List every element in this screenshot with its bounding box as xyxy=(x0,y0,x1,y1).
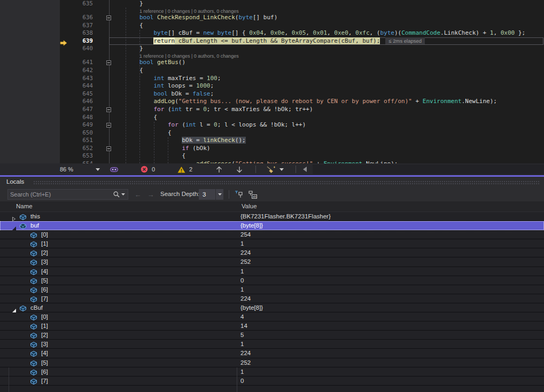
variable-value[interactable]: 14 xyxy=(240,322,247,331)
zoom-level-select[interactable]: 86 % xyxy=(60,163,100,175)
fold-collapse-icon[interactable] xyxy=(106,123,111,128)
scrollbar-left-button[interactable] xyxy=(302,163,307,175)
locals-row-buf-1[interactable]: buf{byte[8]} xyxy=(0,221,544,230)
code-text[interactable]: { xyxy=(111,129,172,137)
locals-row-0-11[interactable]: [0]4 xyxy=(0,312,544,322)
code-line-639[interactable]: 639 return cBuf.Length <= buf.Length && … xyxy=(0,37,544,45)
variable-value[interactable]: 252 xyxy=(240,358,251,367)
code-line-648[interactable]: 648 { xyxy=(0,114,544,122)
codelens-text[interactable]: 1 reference | 0 changes | 0 authors, 0 c… xyxy=(139,53,239,59)
chevron-down-icon[interactable] xyxy=(121,193,125,195)
tree-expander[interactable] xyxy=(12,223,17,233)
code-line-646[interactable]: 646 addLog("Getting bus... (now, please … xyxy=(0,98,544,106)
locals-title-bar[interactable]: Locals xyxy=(0,177,544,187)
code-text[interactable]: int maxTries = 100; xyxy=(111,75,221,83)
codelens-text[interactable]: 1 reference | 0 changes | 0 authors, 0 c… xyxy=(139,9,239,14)
locals-row-6-8[interactable]: [6]1 xyxy=(0,285,544,294)
expander-expanded-icon[interactable] xyxy=(12,226,17,231)
code-text[interactable]: bool bOk = false; xyxy=(111,90,214,98)
locals-row-1-3[interactable]: [1]1 xyxy=(0,239,544,248)
variable-value[interactable]: 224 xyxy=(240,349,251,358)
code-line-638[interactable]: 638 byte[] cBuf = new byte[] { 0x04, 0x0… xyxy=(0,29,544,37)
code-editor[interactable]: 635 }1 reference | 0 changes | 0 authors… xyxy=(0,0,544,163)
variable-value[interactable]: 1 xyxy=(240,285,244,294)
code-line-635[interactable]: 635 } xyxy=(0,0,544,8)
grid-header[interactable]: Name Value xyxy=(0,201,544,212)
code-text[interactable]: bool CheckRespond_LinkCheck(byte[] buf) xyxy=(111,14,277,22)
code-line-642[interactable]: 642 { xyxy=(0,67,544,75)
locals-row-3-5[interactable]: [3]252 xyxy=(0,257,544,266)
code-text[interactable]: int loops = 1000; xyxy=(111,82,214,90)
code-line-645[interactable]: 645 bool bOk = false; xyxy=(0,90,544,98)
search-depth-select[interactable]: 3 xyxy=(199,189,223,200)
code-text[interactable]: { xyxy=(111,67,143,75)
code-line-643[interactable]: 643 int maxTries = 100; xyxy=(0,75,544,83)
code-line-651[interactable]: 651 bOk = linkCheck(); xyxy=(0,137,544,145)
search-box[interactable] xyxy=(7,189,128,200)
code-text[interactable]: { xyxy=(111,114,157,122)
locals-row-cBuf-10[interactable]: cBuf{byte[8]} xyxy=(0,303,544,312)
variable-value[interactable]: 0 xyxy=(240,377,244,386)
fold-collapse-icon[interactable] xyxy=(106,60,111,65)
locals-row-6-17[interactable]: [6]1 xyxy=(0,367,544,377)
code-text[interactable]: addLog("Getting bus... (now, please do r… xyxy=(111,98,497,106)
fold-collapse-icon[interactable] xyxy=(106,107,111,112)
code-text[interactable]: } xyxy=(111,0,143,8)
locals-row-2-4[interactable]: [2]224 xyxy=(0,248,544,257)
search-back-button[interactable]: ← xyxy=(133,189,143,200)
code-text[interactable]: for (int tr = 0; tr < maxTries && !bOk; … xyxy=(111,106,313,114)
prev-issue-button[interactable] xyxy=(216,163,222,175)
code-line-652[interactable]: 652 if (bOk) xyxy=(0,145,544,153)
codelens-row[interactable]: 1 reference | 0 changes | 0 authors, 0 c… xyxy=(0,8,544,14)
search-forward-button[interactable]: → xyxy=(145,189,156,200)
variable-value[interactable]: 1 xyxy=(240,239,244,248)
locals-row-5-7[interactable]: [5]0 xyxy=(0,276,544,285)
code-line-636[interactable]: 636 bool CheckRespond_LinkCheck(byte[] b… xyxy=(0,14,544,22)
copilot-status-icon[interactable] xyxy=(110,163,119,175)
code-line-649[interactable]: 649 for (int l = 0; l < loops && !bOk; l… xyxy=(0,121,544,129)
locals-row-7-18[interactable]: [7]0 xyxy=(0,377,544,386)
code-line-637[interactable]: 637 { xyxy=(0,22,544,30)
code-line-650[interactable]: 650 { xyxy=(0,129,544,137)
pin-value-button[interactable]: ab xyxy=(246,189,259,200)
variable-value[interactable]: 1 xyxy=(240,267,244,276)
code-text[interactable]: bOk = linkCheck(); xyxy=(111,137,246,145)
variable-value[interactable]: 5 xyxy=(240,331,244,340)
variable-value[interactable]: 252 xyxy=(240,257,251,266)
code-cleanup-button[interactable] xyxy=(266,163,284,175)
locals-row-this-0[interactable]: this{BK7231Flasher.BK7231Flasher} xyxy=(0,212,544,221)
code-text[interactable]: if (bOk) xyxy=(111,145,210,153)
code-line-640[interactable]: 640 } xyxy=(0,45,544,53)
code-text[interactable]: for (int l = 0; l < loops && !bOk; l++) xyxy=(111,121,306,129)
locals-row-2-13[interactable]: [2]5 xyxy=(0,331,544,340)
code-text[interactable]: bool getBus() xyxy=(111,59,185,67)
code-text[interactable]: return cBuf.Length <= buf.Length && Byte… xyxy=(111,37,425,45)
variable-value[interactable]: 254 xyxy=(240,230,251,239)
locals-row-7-9[interactable]: [7]224 xyxy=(0,294,544,303)
locals-row-4-15[interactable]: [4]224 xyxy=(0,349,544,358)
code-text[interactable]: } xyxy=(111,45,143,53)
code-line-647[interactable]: 647 for (int tr = 0; tr < maxTries && !b… xyxy=(0,106,544,114)
grid-column-divider[interactable] xyxy=(237,367,237,392)
flag-pin-button[interactable] xyxy=(233,189,245,200)
locals-row-3-14[interactable]: [3]1 xyxy=(0,340,544,349)
code-text[interactable]: { xyxy=(111,22,143,30)
variable-value[interactable]: 1 xyxy=(240,340,244,349)
code-line-641[interactable]: 641 bool getBus() xyxy=(0,59,544,67)
variable-value[interactable]: 0 xyxy=(240,276,244,285)
variable-value[interactable]: 4 xyxy=(240,312,244,322)
variable-value[interactable]: {byte[8]} xyxy=(240,221,263,230)
search-input[interactable] xyxy=(8,191,113,198)
codelens-row[interactable]: 1 reference | 0 changes | 0 authors, 0 c… xyxy=(0,53,544,59)
fold-collapse-icon[interactable] xyxy=(106,146,111,151)
code-text[interactable]: byte[] cBuf = new byte[] { 0x04, 0x0e, 0… xyxy=(111,29,525,37)
error-count-badge[interactable]: 0 xyxy=(141,163,155,175)
fold-collapse-icon[interactable] xyxy=(106,15,111,20)
locals-row-4-6[interactable]: [4]1 xyxy=(0,267,544,276)
locals-row-1-12[interactable]: [1]14 xyxy=(0,322,544,331)
horizontal-scrollbar-track[interactable] xyxy=(313,164,544,174)
variable-value[interactable]: {byte[8]} xyxy=(240,303,263,312)
variable-value[interactable]: {BK7231Flasher.BK7231Flasher} xyxy=(240,212,331,221)
next-issue-button[interactable] xyxy=(236,163,243,175)
code-line-653[interactable]: 653 { xyxy=(0,152,544,160)
